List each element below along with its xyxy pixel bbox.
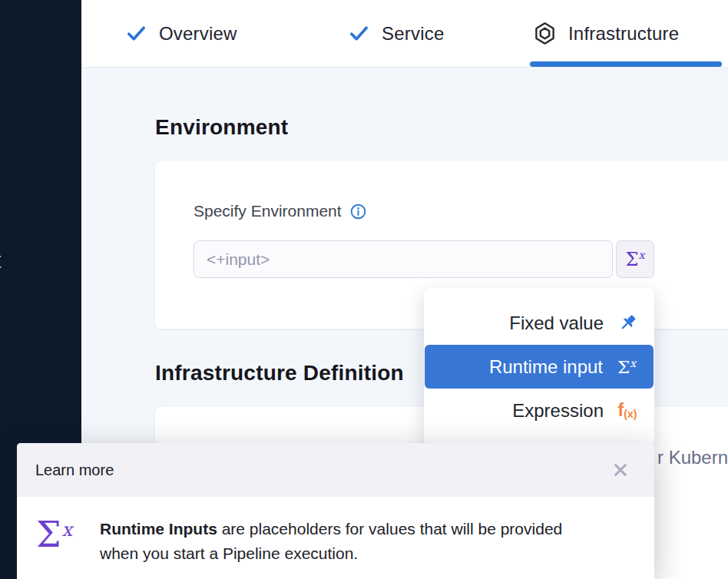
check-icon	[125, 22, 147, 45]
clipped-nav-text: t	[0, 247, 1, 273]
environment-heading: Environment	[155, 115, 288, 140]
sigma-x-icon: Σ	[626, 249, 639, 270]
learn-more-body: Σx Runtime Inputs are placeholders for v…	[17, 497, 654, 579]
tab-infrastructure[interactable]: Infrastructure	[533, 0, 679, 67]
pin-icon	[614, 313, 640, 333]
learn-more-title: Learn more	[35, 462, 114, 479]
infrastructure-definition-heading: Infrastructure Definition	[155, 361, 404, 385]
menu-item-runtime-input[interactable]: Runtime input Σx	[425, 345, 654, 389]
app-window: t Overview Service Infrastructure	[0, 0, 728, 579]
input-type-menu: Fixed value Runtime input Σx Expression	[424, 288, 654, 445]
menu-item-label: Expression	[512, 400, 604, 422]
learn-more-text: Runtime Inputs are placeholders for valu…	[100, 517, 574, 566]
tab-overview-label: Overview	[159, 23, 237, 45]
check-icon	[348, 22, 370, 45]
sigma-x-icon: Σx	[36, 514, 71, 555]
tab-overview[interactable]: Overview	[125, 0, 237, 67]
sigma-x-icon: Σx	[614, 357, 640, 377]
specify-environment-label: Specify Environment	[194, 202, 342, 220]
environment-input[interactable]: <+input>	[194, 240, 613, 278]
menu-item-fixed-value[interactable]: Fixed value	[424, 301, 654, 345]
specify-environment-label-row: Specify Environment	[194, 202, 367, 220]
menu-item-label: Fixed value	[509, 313, 604, 334]
learn-more-header: Learn more	[17, 443, 654, 497]
learn-more-popover: Learn more Σx Runtime Inputs are placeho…	[17, 443, 654, 579]
info-icon[interactable]	[349, 203, 367, 220]
menu-item-expression[interactable]: Expression f(x)	[424, 389, 654, 432]
stage-tabs-bar: Overview Service Infrastructure	[81, 0, 728, 68]
menu-item-label: Runtime input	[489, 356, 603, 378]
fx-icon: f(x)	[614, 400, 640, 421]
hexagon-icon	[533, 22, 557, 45]
tab-infrastructure-label: Infrastructure	[568, 23, 679, 45]
tab-service-label: Service	[382, 23, 444, 45]
active-tab-underline	[530, 61, 722, 67]
tab-service[interactable]: Service	[348, 0, 444, 67]
input-type-selector-button[interactable]: Σx	[616, 240, 654, 278]
clipped-kubernetes-text: r Kubern	[657, 447, 728, 468]
close-icon[interactable]	[612, 462, 629, 478]
